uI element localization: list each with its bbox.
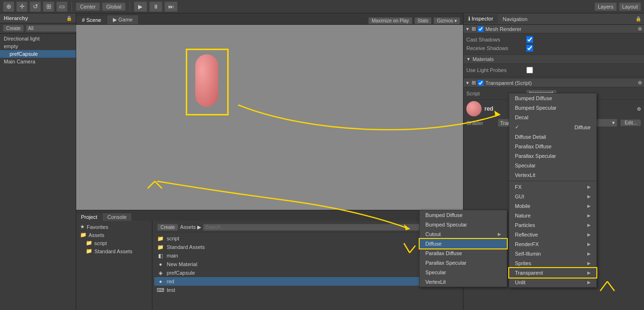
asset-item-newmaterial[interactable]: ● New Material [154,260,461,269]
tab-project[interactable]: Project [76,213,102,221]
tab-game[interactable]: ▶ Game [107,15,139,24]
rect-tool[interactable]: ▭ [56,1,68,12]
asset-item-main[interactable]: ◧ main [154,251,461,260]
asset-label-main: main [167,253,178,258]
folder-icon-standard: 📁 [86,248,92,254]
inspector-lock-icon[interactable]: 🔒 [635,16,644,21]
ctx2-particles[interactable]: Particles ▶ [509,220,596,230]
rotate-tool[interactable]: ↺ [30,1,41,12]
edit-btn[interactable]: Edit... [620,119,641,126]
ctx2-parallax-specular[interactable]: Parallax Specular [509,151,596,161]
tree-favorites-label: Favorites [87,224,108,230]
ctx1-bumped-diffuse[interactable]: Bumped Diffuse [420,210,507,220]
ctx2-vertexlit[interactable]: VertexLit [509,170,596,180]
ctx2-sprites-label: Sprites [515,260,531,266]
tree-script-label: script [94,240,107,246]
layers-dropdown[interactable]: Layers [594,2,617,11]
hierarchy-lock-icon[interactable]: 🔒 [66,16,72,21]
navigation-tab[interactable]: Navigation [498,15,532,23]
ctx2-diffuse[interactable]: ✓ Diffuse [509,122,596,132]
ctx1-cutout[interactable]: Cutout ▶ [420,229,507,239]
transparent-checkbox[interactable] [478,80,483,86]
asset-item-red[interactable]: ● red [154,277,461,286]
expand-arrow[interactable]: ▼ [465,27,470,31]
tree-standard-assets[interactable]: 📁 Standard Assets [76,247,152,255]
hierarchy-item-empty[interactable]: empty [0,42,76,50]
ctx2-renderfx[interactable]: RenderFX ▶ [509,239,596,249]
step-btn[interactable]: ⏭ [164,1,178,12]
mesh-settings-icon[interactable]: ⚙ [638,26,642,31]
cast-shadows-checkbox[interactable] [526,36,533,43]
ctx2-bumped-specular[interactable]: Bumped Specular [509,103,596,113]
ctx1-diffuse[interactable]: Diffuse [420,239,507,248]
transparent-script-label: Transparent (Script) [485,80,532,86]
ctx2-diffuse-detail[interactable]: Diffuse Detail [509,132,596,142]
global-btn[interactable]: Global [102,2,126,11]
scale-tool[interactable]: ⊞ [43,1,54,12]
maximize-btn[interactable]: Maximize on Play [368,17,412,24]
tab-scene[interactable]: # Scene [76,15,107,24]
play-btn[interactable]: ▶ [134,1,147,12]
transparent-expand-arrow[interactable]: ▼ [465,81,470,85]
materials-arrow[interactable]: ▼ [466,57,471,62]
inspector-header: ℹ Inspector Navigation 🔒 [463,13,644,25]
context-menu-2: Bumped Diffuse Bumped Specular Decal ✓ D… [509,93,597,288]
asset-item-script[interactable]: 📁 script [154,234,461,243]
move-tool[interactable]: ✛ [16,1,28,12]
ctx1-bumped-specular-label: Bumped Specular [425,222,467,227]
ctx2-transparent[interactable]: Transparent ▶ [509,268,596,278]
ctx2-bumped-diffuse[interactable]: Bumped Diffuse [509,93,596,103]
layout-dropdown[interactable]: Layout [619,2,641,11]
hierarchy-create-btn[interactable]: Create [3,25,24,32]
ctx2-gui[interactable]: GUI ▶ [509,192,596,201]
gizmos-btn[interactable]: Gizmos ▾ [433,17,460,24]
ctx2-unlit[interactable]: Unlit ▶ [509,278,596,287]
ctx1-parallax-specular[interactable]: Parallax Specular [420,258,507,268]
ctx2-parallax-diffuse[interactable]: Parallax Diffuse [509,142,596,151]
asset-label-script: script [167,236,179,241]
center-btn[interactable]: Center [76,2,100,11]
ctx2-sprites-arrow: ▶ [587,261,591,266]
asset-item-prefcapsule[interactable]: ◈ prefCapsule [154,269,461,277]
divider-2 [130,2,130,11]
hierarchy-item-directional[interactable]: Directional light [0,35,76,42]
hierarchy-item-prefcapsule[interactable]: prefCapsule [0,50,76,58]
unity-icon[interactable]: ⊕ [3,1,14,12]
ctx1-vertexlit[interactable]: VertexLit [420,277,507,287]
tree-favorites[interactable]: ★ Favorites [76,223,152,231]
transparent-icon: ⊞ [472,80,476,86]
tree-script[interactable]: 📁 script [76,239,152,247]
ctx2-reflective[interactable]: Reflective ▶ [509,230,596,239]
ctx2-fx[interactable]: FX ▶ [509,182,596,192]
asset-item-standard[interactable]: 📁 Standard Assets [154,243,461,251]
material-sphere [466,101,482,116]
pause-btn[interactable]: ⏸ [149,1,162,12]
tree-assets[interactable]: 📁 Assets [76,231,152,239]
transparent-settings-icon[interactable]: ⚙ [638,80,642,85]
ctx2-sprites[interactable]: Sprites ▶ [509,258,596,268]
ctx2-nature[interactable]: Nature ▶ [509,211,596,220]
ctx1-specular[interactable]: Specular [420,268,507,277]
stats-btn[interactable]: Stats [414,17,432,24]
inspector-tab[interactable]: ℹ Inspector [463,14,498,23]
scene-viewport[interactable] [76,25,463,210]
tree-standard-label: Standard Assets [94,248,132,254]
context-menu-1: Bumped Diffuse Bumped Specular Cutout ▶ … [419,210,507,287]
use-light-probes-checkbox[interactable] [526,67,533,73]
ctx1-parallax-diffuse[interactable]: Parallax Diffuse [420,248,507,258]
mesh-renderer-checkbox[interactable] [478,26,483,32]
tab-console[interactable]: Console [102,213,131,221]
receive-shadows-checkbox[interactable] [526,45,533,52]
ctx2-self-illumin[interactable]: Self-Illumin ▶ [509,249,596,258]
ctx1-diffuse-label: Diffuse [425,241,442,247]
asset-item-test[interactable]: ⌨ test [154,286,461,294]
ctx2-decal[interactable]: Decal [509,113,596,122]
hierarchy-item-maincamera[interactable]: Main Camera [0,58,76,65]
ctx2-specular[interactable]: Specular [509,161,596,170]
ctx1-bumped-specular[interactable]: Bumped Specular [420,220,507,229]
ctx2-mobile[interactable]: Mobile ▶ [509,201,596,211]
asset-create-btn[interactable]: Create [157,224,178,231]
ctx1-cutout-label: Cutout [425,231,441,237]
material-settings-icon[interactable]: ⚙ [637,106,641,112]
folder-icon: 📁 [157,235,164,242]
